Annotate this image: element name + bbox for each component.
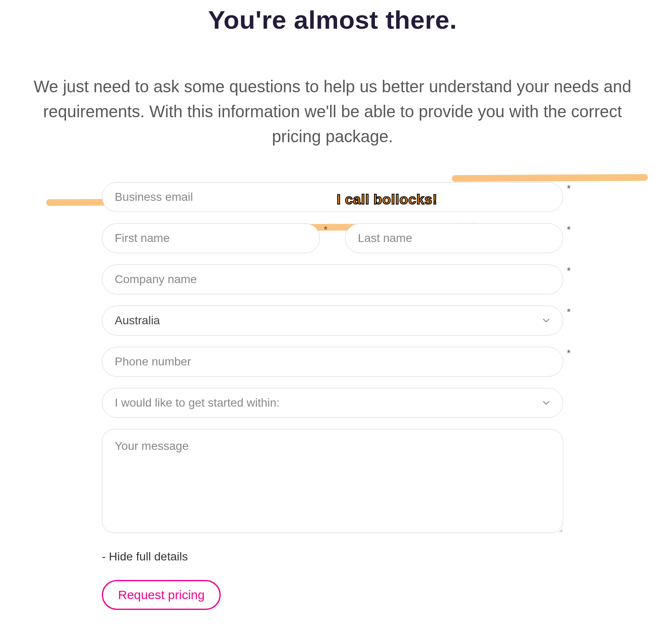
toggle-details-link[interactable]: - Hide full details	[102, 550, 188, 563]
required-marker: *	[567, 265, 571, 277]
start-within-select[interactable]: I would like to get started within:	[102, 388, 563, 418]
required-marker: *	[567, 348, 571, 359]
required-marker: *	[567, 306, 571, 318]
message-textarea[interactable]	[102, 429, 563, 533]
company-name-input[interactable]	[102, 264, 563, 294]
page-title: You're almost there.	[0, 5, 665, 35]
phone-number-input[interactable]	[102, 347, 563, 377]
annotation-overlay: I call bollocks!	[337, 191, 437, 207]
start-within-placeholder: I would like to get started within:	[115, 396, 280, 410]
business-email-input[interactable]	[102, 182, 563, 212]
last-name-input[interactable]	[345, 223, 563, 253]
required-marker: *	[324, 224, 328, 236]
required-marker: *	[567, 224, 571, 236]
first-name-input[interactable]	[102, 223, 320, 253]
country-select-value: Australia	[115, 314, 160, 327]
country-select[interactable]: Australia	[102, 306, 563, 336]
underline-highlight	[452, 174, 648, 182]
required-marker: *	[567, 183, 571, 195]
pricing-form: * * * * Australia	[102, 182, 563, 610]
request-pricing-button[interactable]: Request pricing	[102, 580, 221, 610]
intro-paragraph: We just need to ask some questions to he…	[23, 74, 642, 149]
